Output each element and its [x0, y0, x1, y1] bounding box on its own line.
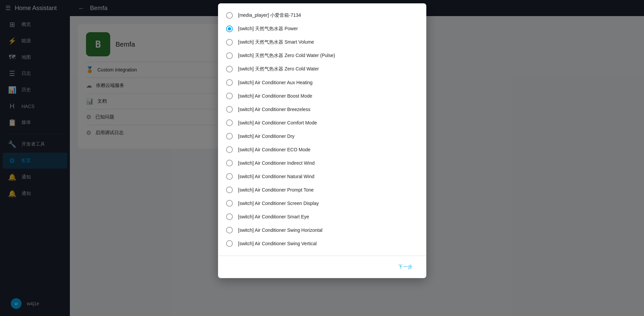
radio-circle-switch_zero_cold: [226, 66, 233, 72]
radio-label-switch_ac_comfort: [switch] Air Conditioner Comfort Mode: [238, 120, 317, 125]
radio-label-switch_ac_boost: [switch] Air Conditioner Boost Mode: [238, 93, 312, 99]
radio-label-switch_zero_cold_pulse: [switch] 天然气热水器 Zero Cold Water (Pulse): [238, 53, 335, 59]
modal-footer: 下一步: [218, 256, 426, 278]
radio-option-switch_ac_dry[interactable]: [switch] Air Conditioner Dry: [218, 129, 426, 143]
radio-label-switch_ac_smart_eye: [switch] Air Conditioner Smart Eye: [238, 214, 309, 219]
radio-label-switch_ac_aux: [switch] Air Conditioner Aux Heating: [238, 80, 313, 85]
radio-circle-switch_ac_boost: [226, 93, 233, 99]
modal-dialog: [media_player] 小爱音箱-7134 [switch] 天然气热水器…: [218, 3, 426, 278]
radio-option-switch_zero_cold[interactable]: [switch] 天然气热水器 Zero Cold Water: [218, 62, 426, 76]
radio-label-switch_zero_cold: [switch] 天然气热水器 Zero Cold Water: [238, 66, 319, 72]
radio-circle-switch_ac_aux: [226, 79, 233, 86]
radio-option-switch_ac_swing_h[interactable]: [switch] Air Conditioner Swing Horizonta…: [218, 223, 426, 237]
modal-overlay[interactable]: [media_player] 小爱音箱-7134 [switch] 天然气热水器…: [0, 0, 644, 316]
radio-option-switch_ac_smart_eye[interactable]: [switch] Air Conditioner Smart Eye: [218, 210, 426, 223]
radio-circle-switch_ac_screen: [226, 200, 233, 207]
radio-label-switch_ac_eco: [switch] Air Conditioner ECO Mode: [238, 147, 311, 152]
radio-option-switch_ac_prompt[interactable]: [switch] Air Conditioner Prompt Tone: [218, 183, 426, 197]
radio-circle-switch_ac_eco: [226, 146, 233, 153]
radio-circle-switch_ac_comfort: [226, 119, 233, 126]
radio-option-media_player[interactable]: [media_player] 小爱音箱-7134: [218, 9, 426, 22]
radio-circle-switch_ac_indirect: [226, 160, 233, 166]
radio-label-switch_smart_volume: [switch] 天然气热水器 Smart Volume: [238, 39, 314, 45]
next-button[interactable]: 下一步: [393, 261, 418, 273]
radio-circle-switch_zero_cold_pulse: [226, 52, 233, 59]
modal-body: [media_player] 小爱音箱-7134 [switch] 天然气热水器…: [218, 3, 426, 256]
radio-label-switch_ac_breeze: [switch] Air Conditioner Breezeless: [238, 107, 311, 112]
radio-circle-switch_ac_swing_h: [226, 227, 233, 233]
radio-option-switch_ac_eco[interactable]: [switch] Air Conditioner ECO Mode: [218, 143, 426, 156]
radio-circle-switch_power: [226, 25, 233, 32]
radio-option-switch_power[interactable]: [switch] 天然气热水器 Power: [218, 22, 426, 36]
radio-option-switch_ac_boost[interactable]: [switch] Air Conditioner Boost Mode: [218, 89, 426, 103]
radio-circle-switch_ac_breeze: [226, 106, 233, 113]
radio-option-switch_ac_natural[interactable]: [switch] Air Conditioner Natural Wind: [218, 170, 426, 183]
radio-label-switch_ac_swing_h: [switch] Air Conditioner Swing Horizonta…: [238, 227, 323, 233]
radio-circle-switch_ac_smart_eye: [226, 213, 233, 220]
radio-label-switch_ac_indirect: [switch] Air Conditioner Indirect Wind: [238, 160, 315, 166]
radio-option-switch_ac_aux[interactable]: [switch] Air Conditioner Aux Heating: [218, 76, 426, 89]
radio-option-switch_ac_breeze[interactable]: [switch] Air Conditioner Breezeless: [218, 103, 426, 116]
radio-label-media_player: [media_player] 小爱音箱-7134: [238, 12, 301, 18]
radio-label-switch_ac_screen: [switch] Air Conditioner Screen Display: [238, 201, 319, 206]
radio-circle-switch_ac_natural: [226, 173, 233, 180]
radio-circle-switch_ac_swing_v: [226, 240, 233, 247]
radio-option-switch_zero_cold_pulse[interactable]: [switch] 天然气热水器 Zero Cold Water (Pulse): [218, 49, 426, 62]
radio-circle-media_player: [226, 12, 233, 19]
radio-label-switch_ac_dry: [switch] Air Conditioner Dry: [238, 134, 295, 139]
radio-label-switch_ac_prompt: [switch] Air Conditioner Prompt Tone: [238, 187, 314, 193]
radio-label-switch_ac_swing_v: [switch] Air Conditioner Swing Vertical: [238, 241, 317, 246]
radio-option-switch_ac_screen[interactable]: [switch] Air Conditioner Screen Display: [218, 197, 426, 210]
radio-circle-switch_ac_dry: [226, 133, 233, 140]
radio-option-switch_ac_swing_v[interactable]: [switch] Air Conditioner Swing Vertical: [218, 237, 426, 250]
radio-option-switch_smart_volume[interactable]: [switch] 天然气热水器 Smart Volume: [218, 36, 426, 49]
radio-label-switch_ac_natural: [switch] Air Conditioner Natural Wind: [238, 174, 314, 179]
radio-option-switch_ac_comfort[interactable]: [switch] Air Conditioner Comfort Mode: [218, 116, 426, 129]
radio-circle-switch_smart_volume: [226, 39, 233, 46]
radio-option-switch_ac_indirect[interactable]: [switch] Air Conditioner Indirect Wind: [218, 156, 426, 170]
radio-circle-switch_ac_prompt: [226, 187, 233, 193]
radio-label-switch_power: [switch] 天然气热水器 Power: [238, 26, 298, 32]
